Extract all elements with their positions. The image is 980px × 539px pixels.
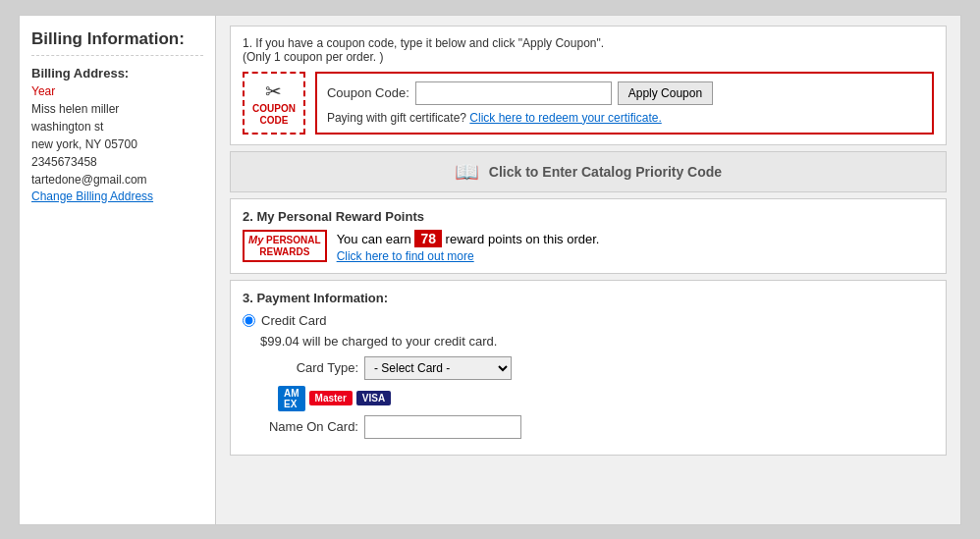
visa-logo: VISA — [356, 391, 391, 405]
billing-street: washington st — [31, 118, 203, 135]
card-type-select[interactable]: - Select Card - Visa MasterCard American… — [364, 356, 512, 380]
billing-name: Miss helen miller — [31, 100, 203, 118]
card-fields: Card Type: - Select Card - Visa MasterCa… — [260, 356, 934, 439]
coupon-intro-line1: 1. If you have a coupon code, type it be… — [243, 36, 604, 50]
billing-info-title: Billing Information: — [31, 29, 203, 56]
main-content: 1. If you have a coupon code, type it be… — [216, 16, 960, 524]
rewards-logo-my: My — [248, 234, 263, 245]
rewards-logo: My PERSONAL REWARDS — [243, 230, 327, 262]
rewards-points-badge: 78 — [414, 230, 442, 247]
coupon-form-box: Coupon Code: Apply Coupon Paying with gi… — [315, 72, 934, 135]
rewards-section: 2. My Personal Reward Points My PERSONAL… — [230, 198, 947, 274]
rewards-row: My PERSONAL REWARDS You can earn 78 rewa… — [243, 230, 934, 263]
coupon-label-line1: COUPON — [252, 103, 296, 114]
sidebar: Billing Information: Billing Address: Ye… — [20, 16, 216, 524]
catalog-priority-text: Click to Enter Catalog Priority Code — [489, 164, 722, 180]
billing-email: tartedone@gmail.com — [31, 171, 203, 189]
billing-address-label: Billing Address: — [31, 66, 203, 81]
billing-year: Year — [31, 82, 203, 100]
coupon-code-row: Coupon Code: Apply Coupon — [327, 81, 922, 105]
credit-card-option: Credit Card — [243, 313, 934, 328]
rewards-logo-personal: PERSONAL — [266, 235, 321, 245]
gift-cert-row: Paying with gift certificate? Click here… — [327, 111, 922, 125]
coupon-intro-line2: (Only 1 coupon per order. ) — [243, 50, 383, 64]
credit-card-label: Credit Card — [261, 313, 326, 328]
rewards-section-label: 2. My Personal Reward Points — [243, 209, 934, 224]
name-on-card-label: Name On Card: — [260, 419, 358, 434]
payment-charge-text: $99.04 will be charged to your credit ca… — [260, 334, 934, 349]
rewards-logo-rewards: REWARDS — [259, 246, 309, 257]
apply-coupon-button[interactable]: Apply Coupon — [618, 81, 713, 105]
catalog-icon: 📖 — [455, 160, 479, 184]
billing-phone: 2345673458 — [31, 153, 203, 171]
rewards-earn-text: You can earn 78 reward points on this or… — [337, 230, 600, 263]
card-type-label: Card Type: — [260, 360, 358, 375]
payment-section: 3. Payment Information: Credit Card $99.… — [230, 280, 947, 456]
name-on-card-row: Name On Card: — [260, 415, 934, 439]
catalog-section[interactable]: 📖 Click to Enter Catalog Priority Code — [230, 151, 947, 192]
card-logos: AMEX Master VISA — [278, 386, 934, 411]
payment-section-label: 3. Payment Information: — [243, 291, 934, 305]
amex-logo: AMEX — [278, 386, 305, 411]
card-type-row: Card Type: - Select Card - Visa MasterCa… — [260, 356, 934, 380]
billing-city-state: new york, NY 05700 — [31, 135, 203, 153]
change-billing-address-link[interactable]: Change Billing Address — [31, 189, 153, 203]
gift-cert-text: Paying with gift certificate? — [327, 111, 466, 125]
page-container: Billing Information: Billing Address: Ye… — [19, 15, 961, 525]
coupon-label-line2: CODE — [260, 115, 289, 126]
rewards-earn-prefix: You can earn — [337, 232, 411, 246]
name-on-card-input[interactable] — [364, 415, 521, 439]
mastercard-logo: Master — [309, 391, 353, 405]
scissors-icon: ✂ — [252, 80, 296, 103]
coupon-intro: 1. If you have a coupon code, type it be… — [243, 36, 934, 64]
coupon-icon-box: ✂ COUPON CODE — [243, 72, 305, 135]
coupon-section: 1. If you have a coupon code, type it be… — [230, 26, 947, 145]
coupon-inner: ✂ COUPON CODE Coupon Code: Apply Coupon … — [243, 72, 934, 135]
rewards-earn-suffix: reward points on this order. — [446, 232, 600, 246]
coupon-code-input[interactable] — [415, 81, 612, 105]
coupon-code-label: Coupon Code: — [327, 85, 409, 100]
redeem-certificate-link[interactable]: Click here to redeem your certificate. — [469, 111, 661, 125]
rewards-find-out-link[interactable]: Click here to find out more — [337, 249, 600, 263]
credit-card-radio[interactable] — [243, 314, 255, 327]
coupon-icon-label: COUPON CODE — [252, 103, 296, 127]
